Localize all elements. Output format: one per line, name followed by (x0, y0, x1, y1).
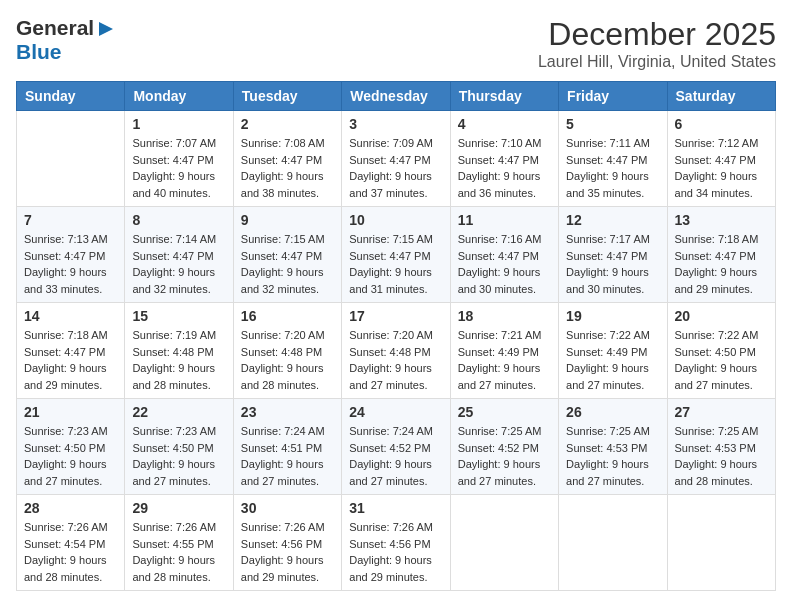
day-info: Sunrise: 7:12 AMSunset: 4:47 PMDaylight:… (675, 135, 768, 201)
day-number: 26 (566, 404, 659, 420)
day-number: 24 (349, 404, 442, 420)
calendar-header-wednesday: Wednesday (342, 82, 450, 111)
calendar-cell: 17Sunrise: 7:20 AMSunset: 4:48 PMDayligh… (342, 303, 450, 399)
day-info: Sunrise: 7:17 AMSunset: 4:47 PMDaylight:… (566, 231, 659, 297)
calendar-cell: 31Sunrise: 7:26 AMSunset: 4:56 PMDayligh… (342, 495, 450, 591)
day-info: Sunrise: 7:13 AMSunset: 4:47 PMDaylight:… (24, 231, 117, 297)
calendar-cell (667, 495, 775, 591)
calendar-cell: 3Sunrise: 7:09 AMSunset: 4:47 PMDaylight… (342, 111, 450, 207)
calendar-cell: 23Sunrise: 7:24 AMSunset: 4:51 PMDayligh… (233, 399, 341, 495)
day-info: Sunrise: 7:24 AMSunset: 4:52 PMDaylight:… (349, 423, 442, 489)
day-number: 16 (241, 308, 334, 324)
calendar-cell: 12Sunrise: 7:17 AMSunset: 4:47 PMDayligh… (559, 207, 667, 303)
day-number: 22 (132, 404, 225, 420)
day-number: 12 (566, 212, 659, 228)
calendar-header-thursday: Thursday (450, 82, 558, 111)
calendar-cell: 25Sunrise: 7:25 AMSunset: 4:52 PMDayligh… (450, 399, 558, 495)
calendar-cell: 4Sunrise: 7:10 AMSunset: 4:47 PMDaylight… (450, 111, 558, 207)
calendar-header-saturday: Saturday (667, 82, 775, 111)
day-info: Sunrise: 7:11 AMSunset: 4:47 PMDaylight:… (566, 135, 659, 201)
day-info: Sunrise: 7:21 AMSunset: 4:49 PMDaylight:… (458, 327, 551, 393)
calendar-cell: 15Sunrise: 7:19 AMSunset: 4:48 PMDayligh… (125, 303, 233, 399)
day-number: 27 (675, 404, 768, 420)
calendar-header-sunday: Sunday (17, 82, 125, 111)
day-number: 20 (675, 308, 768, 324)
day-info: Sunrise: 7:22 AMSunset: 4:49 PMDaylight:… (566, 327, 659, 393)
day-info: Sunrise: 7:08 AMSunset: 4:47 PMDaylight:… (241, 135, 334, 201)
day-number: 5 (566, 116, 659, 132)
day-info: Sunrise: 7:16 AMSunset: 4:47 PMDaylight:… (458, 231, 551, 297)
day-info: Sunrise: 7:18 AMSunset: 4:47 PMDaylight:… (675, 231, 768, 297)
calendar-cell (450, 495, 558, 591)
calendar-cell: 30Sunrise: 7:26 AMSunset: 4:56 PMDayligh… (233, 495, 341, 591)
day-number: 2 (241, 116, 334, 132)
day-info: Sunrise: 7:15 AMSunset: 4:47 PMDaylight:… (349, 231, 442, 297)
calendar-cell: 14Sunrise: 7:18 AMSunset: 4:47 PMDayligh… (17, 303, 125, 399)
calendar-cell: 27Sunrise: 7:25 AMSunset: 4:53 PMDayligh… (667, 399, 775, 495)
calendar-cell: 8Sunrise: 7:14 AMSunset: 4:47 PMDaylight… (125, 207, 233, 303)
calendar-week-row: 14Sunrise: 7:18 AMSunset: 4:47 PMDayligh… (17, 303, 776, 399)
day-number: 4 (458, 116, 551, 132)
calendar-cell: 7Sunrise: 7:13 AMSunset: 4:47 PMDaylight… (17, 207, 125, 303)
calendar-header-monday: Monday (125, 82, 233, 111)
day-info: Sunrise: 7:26 AMSunset: 4:56 PMDaylight:… (241, 519, 334, 585)
calendar-cell: 2Sunrise: 7:08 AMSunset: 4:47 PMDaylight… (233, 111, 341, 207)
calendar-cell: 28Sunrise: 7:26 AMSunset: 4:54 PMDayligh… (17, 495, 125, 591)
day-info: Sunrise: 7:19 AMSunset: 4:48 PMDaylight:… (132, 327, 225, 393)
calendar-cell: 24Sunrise: 7:24 AMSunset: 4:52 PMDayligh… (342, 399, 450, 495)
day-number: 7 (24, 212, 117, 228)
calendar-cell: 16Sunrise: 7:20 AMSunset: 4:48 PMDayligh… (233, 303, 341, 399)
day-info: Sunrise: 7:26 AMSunset: 4:55 PMDaylight:… (132, 519, 225, 585)
day-info: Sunrise: 7:07 AMSunset: 4:47 PMDaylight:… (132, 135, 225, 201)
day-info: Sunrise: 7:15 AMSunset: 4:47 PMDaylight:… (241, 231, 334, 297)
day-number: 31 (349, 500, 442, 516)
day-number: 6 (675, 116, 768, 132)
header: General Blue December 2025 Laurel Hill, … (16, 16, 776, 71)
day-number: 18 (458, 308, 551, 324)
logo: General Blue (16, 16, 115, 64)
calendar-cell: 11Sunrise: 7:16 AMSunset: 4:47 PMDayligh… (450, 207, 558, 303)
day-info: Sunrise: 7:23 AMSunset: 4:50 PMDaylight:… (132, 423, 225, 489)
day-number: 25 (458, 404, 551, 420)
logo-blue-text: Blue (16, 40, 62, 64)
logo-flag-icon (97, 20, 115, 38)
calendar-cell: 22Sunrise: 7:23 AMSunset: 4:50 PMDayligh… (125, 399, 233, 495)
day-number: 19 (566, 308, 659, 324)
calendar-cell: 13Sunrise: 7:18 AMSunset: 4:47 PMDayligh… (667, 207, 775, 303)
day-number: 14 (24, 308, 117, 324)
day-info: Sunrise: 7:09 AMSunset: 4:47 PMDaylight:… (349, 135, 442, 201)
day-number: 23 (241, 404, 334, 420)
day-info: Sunrise: 7:22 AMSunset: 4:50 PMDaylight:… (675, 327, 768, 393)
day-info: Sunrise: 7:18 AMSunset: 4:47 PMDaylight:… (24, 327, 117, 393)
day-number: 21 (24, 404, 117, 420)
calendar-cell: 9Sunrise: 7:15 AMSunset: 4:47 PMDaylight… (233, 207, 341, 303)
calendar-week-row: 7Sunrise: 7:13 AMSunset: 4:47 PMDaylight… (17, 207, 776, 303)
calendar-cell (559, 495, 667, 591)
calendar-week-row: 28Sunrise: 7:26 AMSunset: 4:54 PMDayligh… (17, 495, 776, 591)
day-number: 29 (132, 500, 225, 516)
svg-marker-0 (99, 22, 113, 36)
month-title: December 2025 (538, 16, 776, 53)
calendar-cell: 29Sunrise: 7:26 AMSunset: 4:55 PMDayligh… (125, 495, 233, 591)
day-info: Sunrise: 7:25 AMSunset: 4:53 PMDaylight:… (675, 423, 768, 489)
day-number: 17 (349, 308, 442, 324)
day-number: 10 (349, 212, 442, 228)
day-info: Sunrise: 7:24 AMSunset: 4:51 PMDaylight:… (241, 423, 334, 489)
calendar-cell: 18Sunrise: 7:21 AMSunset: 4:49 PMDayligh… (450, 303, 558, 399)
calendar-cell: 26Sunrise: 7:25 AMSunset: 4:53 PMDayligh… (559, 399, 667, 495)
calendar-cell: 5Sunrise: 7:11 AMSunset: 4:47 PMDaylight… (559, 111, 667, 207)
calendar-cell: 1Sunrise: 7:07 AMSunset: 4:47 PMDaylight… (125, 111, 233, 207)
location-title: Laurel Hill, Virginia, United States (538, 53, 776, 71)
day-number: 15 (132, 308, 225, 324)
calendar-header-row: SundayMondayTuesdayWednesdayThursdayFrid… (17, 82, 776, 111)
calendar-cell (17, 111, 125, 207)
day-number: 28 (24, 500, 117, 516)
day-number: 30 (241, 500, 334, 516)
logo-general-text: General (16, 16, 94, 40)
calendar-cell: 20Sunrise: 7:22 AMSunset: 4:50 PMDayligh… (667, 303, 775, 399)
calendar-cell: 6Sunrise: 7:12 AMSunset: 4:47 PMDaylight… (667, 111, 775, 207)
calendar-header-friday: Friday (559, 82, 667, 111)
calendar-cell: 21Sunrise: 7:23 AMSunset: 4:50 PMDayligh… (17, 399, 125, 495)
day-info: Sunrise: 7:14 AMSunset: 4:47 PMDaylight:… (132, 231, 225, 297)
day-info: Sunrise: 7:26 AMSunset: 4:56 PMDaylight:… (349, 519, 442, 585)
